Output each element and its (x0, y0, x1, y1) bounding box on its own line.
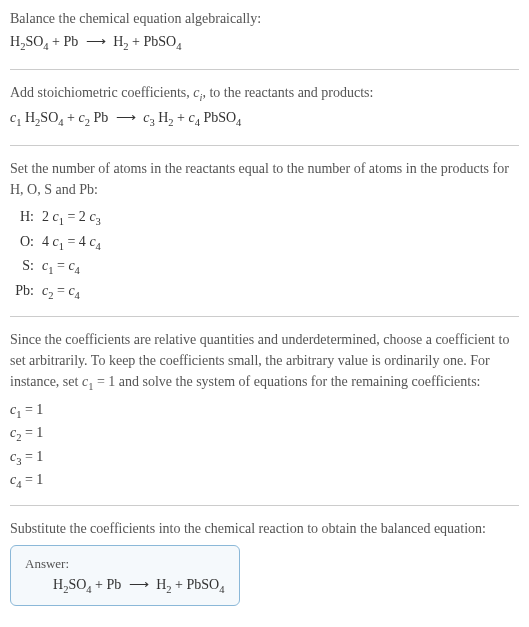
coef-row: c3 = 1 (10, 446, 519, 470)
section-solve-coef: Since the coefficients are relative quan… (10, 329, 519, 493)
divider-2 (10, 145, 519, 146)
atom-row: Pb: c2 = c4 (14, 280, 519, 305)
atom-equation: c2 = c4 (42, 280, 80, 305)
divider-1 (10, 69, 519, 70)
answer-box: Answer: H2SO4 + Pb ⟶ H2 + PbSO4 (10, 545, 240, 606)
answer-equation: H2SO4 + Pb ⟶ H2 + PbSO4 (25, 576, 225, 595)
coef-list: c1 = 1 c2 = 1 c3 = 1 c4 = 1 (10, 399, 519, 493)
coef-row: c1 = 1 (10, 399, 519, 423)
intro-text-2: Add stoichiometric coefficients, ci, to … (10, 82, 519, 106)
divider-3 (10, 316, 519, 317)
section-stoich-coef: Add stoichiometric coefficients, ci, to … (10, 82, 519, 133)
atom-table: H: 2 c1 = 2 c3 O: 4 c1 = 4 c4 S: c1 = c4… (14, 206, 519, 304)
equation-1: H2SO4 + Pb ⟶ H2 + PbSO4 (10, 29, 519, 57)
atom-row: O: 4 c1 = 4 c4 (14, 231, 519, 256)
atom-label: H: (14, 206, 42, 231)
atom-equation: 2 c1 = 2 c3 (42, 206, 101, 231)
intro-text-4: Since the coefficients are relative quan… (10, 329, 519, 395)
atom-label: S: (14, 255, 42, 280)
intro-text-3: Set the number of atoms in the reactants… (10, 158, 519, 200)
section-answer: Substitute the coefficients into the che… (10, 518, 519, 606)
atom-row: H: 2 c1 = 2 c3 (14, 206, 519, 231)
atom-label: O: (14, 231, 42, 256)
coef-row: c2 = 1 (10, 422, 519, 446)
atom-equation: 4 c1 = 4 c4 (42, 231, 101, 256)
section-balance-intro: Balance the chemical equation algebraica… (10, 8, 519, 57)
atom-row: S: c1 = c4 (14, 255, 519, 280)
equation-2: c1 H2SO4 + c2 Pb ⟶ c3 H2 + c4 PbSO4 (10, 105, 519, 133)
atom-label: Pb: (14, 280, 42, 305)
coef-row: c4 = 1 (10, 469, 519, 493)
answer-label: Answer: (25, 556, 225, 572)
intro-text-5: Substitute the coefficients into the che… (10, 518, 519, 539)
section-atom-balance: Set the number of atoms in the reactants… (10, 158, 519, 304)
intro-text-1: Balance the chemical equation algebraica… (10, 8, 519, 29)
divider-4 (10, 505, 519, 506)
atom-equation: c1 = c4 (42, 255, 80, 280)
